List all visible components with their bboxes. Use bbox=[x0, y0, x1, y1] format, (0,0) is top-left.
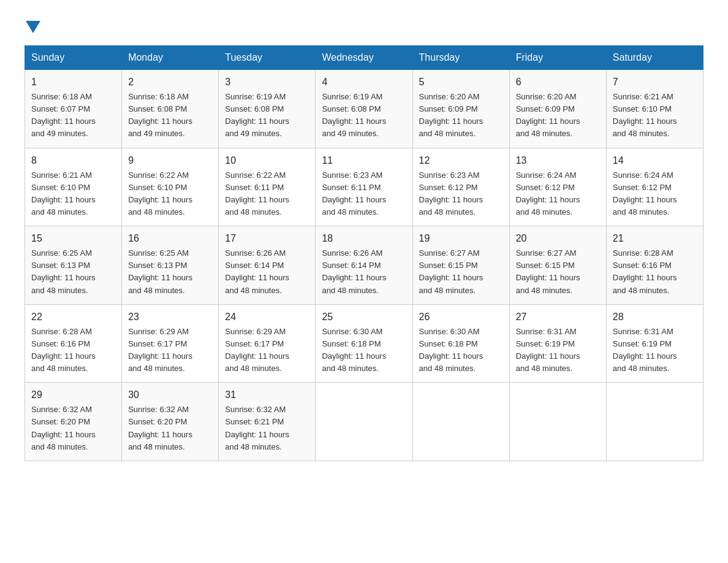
day-number: 10 bbox=[225, 153, 309, 168]
day-number: 5 bbox=[419, 75, 503, 90]
day-number: 22 bbox=[31, 310, 115, 324]
week-row-1: 1Sunrise: 6:18 AMSunset: 6:07 PMDaylight… bbox=[25, 70, 703, 148]
day-number: 20 bbox=[516, 231, 600, 246]
day-number: 31 bbox=[225, 388, 309, 402]
day-number: 1 bbox=[31, 75, 115, 90]
day-number: 23 bbox=[128, 310, 212, 324]
day-info: Sunrise: 6:24 AMSunset: 6:12 PMDaylight:… bbox=[613, 170, 677, 216]
page-header bbox=[25, 18, 703, 33]
day-info: Sunrise: 6:26 AMSunset: 6:14 PMDaylight:… bbox=[322, 248, 386, 294]
calendar-cell: 17Sunrise: 6:26 AMSunset: 6:14 PMDayligh… bbox=[219, 226, 316, 305]
day-info: Sunrise: 6:22 AMSunset: 6:11 PMDaylight:… bbox=[225, 170, 289, 216]
day-info: Sunrise: 6:32 AMSunset: 6:21 PMDaylight:… bbox=[225, 405, 289, 451]
calendar-cell: 18Sunrise: 6:26 AMSunset: 6:14 PMDayligh… bbox=[316, 226, 412, 305]
calendar-cell bbox=[509, 383, 606, 461]
day-info: Sunrise: 6:21 AMSunset: 6:10 PMDaylight:… bbox=[613, 92, 677, 138]
calendar-cell bbox=[412, 383, 509, 461]
header-saturday: Saturday bbox=[606, 46, 703, 70]
day-number: 12 bbox=[419, 153, 503, 168]
day-info: Sunrise: 6:20 AMSunset: 6:09 PMDaylight:… bbox=[516, 92, 580, 138]
day-info: Sunrise: 6:28 AMSunset: 6:16 PMDaylight:… bbox=[31, 327, 96, 373]
day-number: 17 bbox=[225, 231, 309, 246]
calendar-cell: 25Sunrise: 6:30 AMSunset: 6:18 PMDayligh… bbox=[316, 304, 412, 383]
day-info: Sunrise: 6:27 AMSunset: 6:15 PMDaylight:… bbox=[419, 248, 483, 294]
day-number: 14 bbox=[613, 153, 697, 168]
calendar-cell: 14Sunrise: 6:24 AMSunset: 6:12 PMDayligh… bbox=[606, 148, 703, 226]
calendar-cell: 12Sunrise: 6:23 AMSunset: 6:12 PMDayligh… bbox=[412, 148, 509, 226]
header-monday: Monday bbox=[122, 46, 219, 70]
header-sunday: Sunday bbox=[25, 46, 122, 70]
calendar-cell bbox=[316, 383, 412, 461]
day-number: 26 bbox=[419, 310, 503, 324]
logo bbox=[25, 18, 40, 33]
calendar-cell: 11Sunrise: 6:23 AMSunset: 6:11 PMDayligh… bbox=[316, 148, 412, 226]
day-info: Sunrise: 6:25 AMSunset: 6:13 PMDaylight:… bbox=[128, 248, 192, 294]
calendar-cell: 1Sunrise: 6:18 AMSunset: 6:07 PMDaylight… bbox=[25, 70, 122, 148]
day-number: 16 bbox=[128, 231, 212, 246]
day-number: 15 bbox=[31, 231, 115, 246]
calendar-cell: 29Sunrise: 6:32 AMSunset: 6:20 PMDayligh… bbox=[25, 383, 122, 461]
logo-triangle-icon bbox=[26, 21, 40, 33]
day-number: 11 bbox=[322, 153, 406, 168]
day-info: Sunrise: 6:31 AMSunset: 6:19 PMDaylight:… bbox=[516, 327, 580, 373]
day-info: Sunrise: 6:20 AMSunset: 6:09 PMDaylight:… bbox=[419, 92, 483, 138]
calendar-cell: 24Sunrise: 6:29 AMSunset: 6:17 PMDayligh… bbox=[219, 304, 316, 383]
calendar-cell: 22Sunrise: 6:28 AMSunset: 6:16 PMDayligh… bbox=[25, 304, 122, 383]
day-info: Sunrise: 6:25 AMSunset: 6:13 PMDaylight:… bbox=[31, 248, 96, 294]
day-info: Sunrise: 6:28 AMSunset: 6:16 PMDaylight:… bbox=[613, 248, 677, 294]
header-tuesday: Tuesday bbox=[219, 46, 316, 70]
day-info: Sunrise: 6:27 AMSunset: 6:15 PMDaylight:… bbox=[516, 248, 580, 294]
day-number: 30 bbox=[128, 388, 212, 402]
day-number: 13 bbox=[516, 153, 600, 168]
calendar-cell: 26Sunrise: 6:30 AMSunset: 6:18 PMDayligh… bbox=[412, 304, 509, 383]
calendar-cell: 20Sunrise: 6:27 AMSunset: 6:15 PMDayligh… bbox=[509, 226, 606, 305]
day-number: 3 bbox=[225, 75, 309, 90]
day-number: 29 bbox=[31, 388, 115, 402]
calendar-cell: 9Sunrise: 6:22 AMSunset: 6:10 PMDaylight… bbox=[122, 148, 219, 226]
calendar-cell bbox=[606, 383, 703, 461]
day-number: 27 bbox=[516, 310, 600, 324]
week-row-5: 29Sunrise: 6:32 AMSunset: 6:20 PMDayligh… bbox=[25, 383, 703, 461]
day-info: Sunrise: 6:29 AMSunset: 6:17 PMDaylight:… bbox=[225, 327, 289, 373]
calendar-cell: 28Sunrise: 6:31 AMSunset: 6:19 PMDayligh… bbox=[606, 304, 703, 383]
calendar-cell: 19Sunrise: 6:27 AMSunset: 6:15 PMDayligh… bbox=[412, 226, 509, 305]
day-number: 19 bbox=[419, 231, 503, 246]
day-number: 2 bbox=[128, 75, 212, 90]
day-info: Sunrise: 6:24 AMSunset: 6:12 PMDaylight:… bbox=[516, 170, 580, 216]
calendar-cell: 10Sunrise: 6:22 AMSunset: 6:11 PMDayligh… bbox=[219, 148, 316, 226]
week-row-4: 22Sunrise: 6:28 AMSunset: 6:16 PMDayligh… bbox=[25, 304, 703, 383]
day-number: 25 bbox=[322, 310, 406, 324]
day-info: Sunrise: 6:23 AMSunset: 6:11 PMDaylight:… bbox=[322, 170, 386, 216]
week-row-3: 15Sunrise: 6:25 AMSunset: 6:13 PMDayligh… bbox=[25, 226, 703, 305]
day-number: 7 bbox=[613, 75, 697, 90]
calendar-cell: 27Sunrise: 6:31 AMSunset: 6:19 PMDayligh… bbox=[509, 304, 606, 383]
calendar-cell: 5Sunrise: 6:20 AMSunset: 6:09 PMDaylight… bbox=[412, 70, 509, 148]
calendar-cell: 2Sunrise: 6:18 AMSunset: 6:08 PMDaylight… bbox=[122, 70, 219, 148]
calendar-cell: 7Sunrise: 6:21 AMSunset: 6:10 PMDaylight… bbox=[606, 70, 703, 148]
day-info: Sunrise: 6:19 AMSunset: 6:08 PMDaylight:… bbox=[322, 92, 386, 138]
day-number: 6 bbox=[516, 75, 600, 90]
calendar-cell: 23Sunrise: 6:29 AMSunset: 6:17 PMDayligh… bbox=[122, 304, 219, 383]
calendar-cell: 3Sunrise: 6:19 AMSunset: 6:08 PMDaylight… bbox=[219, 70, 316, 148]
day-info: Sunrise: 6:23 AMSunset: 6:12 PMDaylight:… bbox=[419, 170, 483, 216]
calendar-cell: 6Sunrise: 6:20 AMSunset: 6:09 PMDaylight… bbox=[509, 70, 606, 148]
day-info: Sunrise: 6:18 AMSunset: 6:08 PMDaylight:… bbox=[128, 92, 192, 138]
day-info: Sunrise: 6:31 AMSunset: 6:19 PMDaylight:… bbox=[613, 327, 677, 373]
day-info: Sunrise: 6:21 AMSunset: 6:10 PMDaylight:… bbox=[31, 170, 96, 216]
day-info: Sunrise: 6:26 AMSunset: 6:14 PMDaylight:… bbox=[225, 248, 289, 294]
header-row: SundayMondayTuesdayWednesdayThursdayFrid… bbox=[25, 46, 703, 70]
day-info: Sunrise: 6:19 AMSunset: 6:08 PMDaylight:… bbox=[225, 92, 289, 138]
day-number: 24 bbox=[225, 310, 309, 324]
calendar-cell: 30Sunrise: 6:32 AMSunset: 6:20 PMDayligh… bbox=[122, 383, 219, 461]
day-info: Sunrise: 6:22 AMSunset: 6:10 PMDaylight:… bbox=[128, 170, 192, 216]
header-friday: Friday bbox=[509, 46, 606, 70]
day-number: 28 bbox=[613, 310, 697, 324]
header-wednesday: Wednesday bbox=[316, 46, 412, 70]
day-info: Sunrise: 6:18 AMSunset: 6:07 PMDaylight:… bbox=[31, 92, 96, 138]
day-info: Sunrise: 6:30 AMSunset: 6:18 PMDaylight:… bbox=[419, 327, 483, 373]
header-thursday: Thursday bbox=[412, 46, 509, 70]
day-number: 4 bbox=[322, 75, 406, 90]
day-number: 9 bbox=[128, 153, 212, 168]
calendar-cell: 15Sunrise: 6:25 AMSunset: 6:13 PMDayligh… bbox=[25, 226, 122, 305]
day-info: Sunrise: 6:32 AMSunset: 6:20 PMDaylight:… bbox=[128, 405, 192, 451]
